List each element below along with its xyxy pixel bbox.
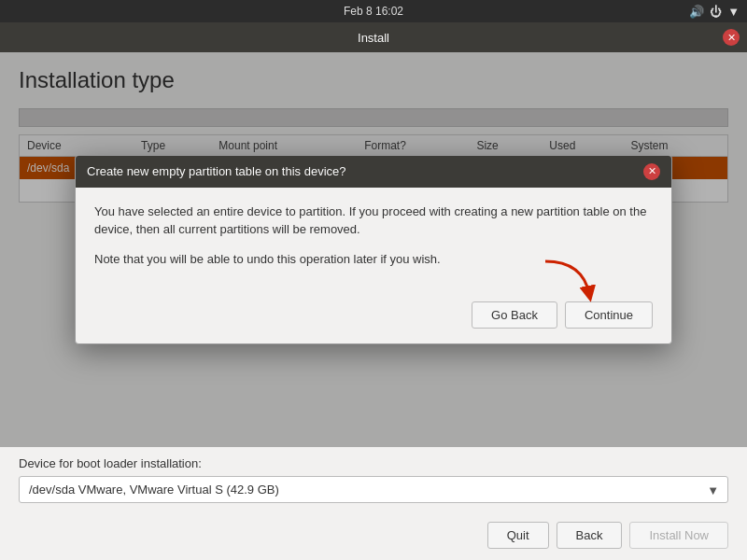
bootloader-section: Device for boot loader installation: /de… — [0, 447, 747, 512]
dialog-title: Create new empty partition table on this… — [87, 164, 346, 178]
bootloader-select-wrapper: /dev/sda VMware, VMware Virtual S (42.9 … — [19, 476, 728, 503]
window-close-button[interactable]: ✕ — [723, 29, 740, 46]
top-bar-icons: 🔊 ⏻ ▼ — [689, 5, 740, 19]
main-window: Install ✕ Installation type Device Type … — [0, 22, 747, 560]
back-button[interactable]: Back — [557, 522, 623, 549]
continue-arrow — [541, 257, 597, 303]
action-buttons: Quit Back Install Now — [0, 512, 747, 560]
menu-icon: ▼ — [727, 5, 740, 19]
install-now-button[interactable]: Install Now — [629, 522, 728, 549]
dialog-close-button[interactable]: ✕ — [643, 163, 660, 180]
sound-icon: 🔊 — [689, 5, 704, 19]
quit-button[interactable]: Quit — [487, 522, 549, 549]
bootloader-select[interactable]: /dev/sda VMware, VMware Virtual S (42.9 … — [19, 476, 728, 503]
power-icon: ⏻ — [710, 5, 722, 19]
dialog: Create new empty partition table on this… — [75, 155, 672, 345]
datetime: Feb 8 16:02 — [344, 5, 403, 18]
go-back-button[interactable]: Go Back — [472, 301, 557, 329]
bootloader-label: Device for boot loader installation: — [19, 456, 728, 470]
dialog-body-line1: You have selected an entire device to pa… — [94, 203, 653, 239]
window-title: Install — [358, 31, 389, 45]
modal-overlay: Create new empty partition table on this… — [0, 52, 747, 447]
window-titlebar: Install ✕ — [0, 22, 747, 52]
top-bar: Feb 8 16:02 🔊 ⏻ ▼ — [0, 0, 747, 22]
dialog-footer: Go Back Continue — [76, 294, 671, 343]
arrow-indicator — [541, 257, 597, 303]
continue-button[interactable]: Continue — [565, 301, 653, 329]
window-content: Installation type Device Type Mount poin… — [0, 52, 747, 447]
dialog-titlebar: Create new empty partition table on this… — [76, 156, 671, 188]
